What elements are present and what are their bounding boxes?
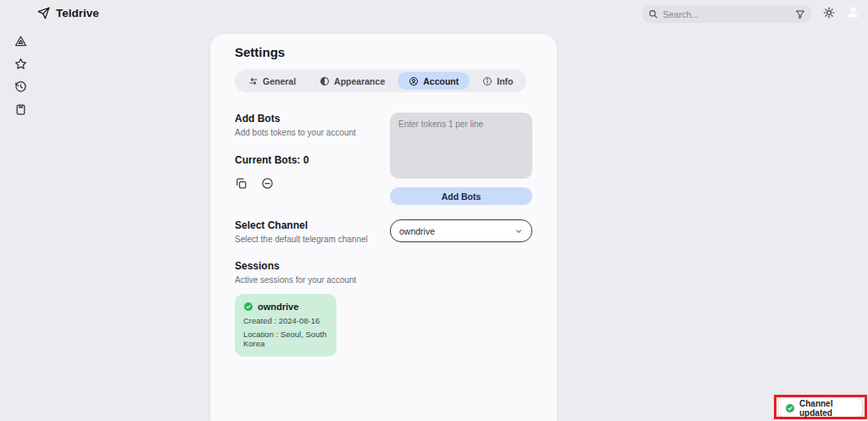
session-name: owndrive (258, 302, 298, 312)
storage-icon[interactable] (14, 103, 27, 116)
star-icon[interactable] (14, 58, 27, 70)
info-icon (482, 76, 492, 86)
toast-notification[interactable]: Channel updated (779, 399, 862, 417)
tab-appearance[interactable]: Appearance (309, 72, 396, 90)
page-title: Settings (235, 45, 532, 59)
select-channel-label: Select Channel (235, 219, 390, 231)
copy-icon[interactable] (235, 177, 248, 190)
select-channel-section: Select Channel Select the default telegr… (235, 219, 532, 244)
sliders-icon (248, 76, 259, 86)
filter-icon[interactable] (795, 9, 805, 19)
remove-bots-icon[interactable] (261, 177, 274, 190)
session-active-check-icon (243, 302, 253, 312)
sessions-description: Active sessions for your account (235, 275, 532, 285)
current-bots-count: Current Bots: 0 (235, 154, 390, 166)
search-input[interactable] (663, 9, 790, 19)
tab-info[interactable]: Info (471, 72, 524, 90)
settings-card: Settings General Appearance Account Info (210, 34, 557, 421)
tab-account[interactable]: Account (398, 72, 470, 90)
app-logo[interactable]: Teldrive (37, 7, 99, 19)
bot-tokens-input[interactable] (390, 113, 532, 179)
add-bots-section: Add Bots Add bots tokens to your account… (235, 113, 532, 205)
paper-plane-icon (37, 7, 50, 19)
annotation-highlight-box: Channel updated (774, 395, 867, 419)
tab-general[interactable]: General (237, 72, 307, 90)
search-bar[interactable] (642, 5, 812, 23)
session-location: Location : Seoul, South Korea (243, 330, 328, 348)
channel-select[interactable]: owndrive (390, 219, 532, 242)
settings-tabs: General Appearance Account Info (235, 69, 526, 92)
sidebar (14, 35, 27, 116)
session-card[interactable]: owndrive Created : 2024-08-16 Location :… (235, 294, 337, 357)
sessions-label: Sessions (235, 260, 532, 272)
add-bots-description: Add bots tokens to your account (235, 128, 390, 137)
toast-message: Channel updated (799, 399, 856, 418)
search-icon (648, 9, 658, 19)
session-created: Created : 2024-08-16 (243, 316, 328, 325)
app-title: Teldrive (56, 7, 99, 19)
drive-icon[interactable] (14, 35, 27, 47)
recent-icon[interactable] (14, 80, 27, 93)
channel-select-value: owndrive (399, 226, 435, 236)
user-circle-icon (409, 76, 419, 86)
avatar[interactable] (846, 5, 860, 19)
theme-toggle-icon[interactable] (823, 7, 835, 19)
select-channel-description: Select the default telegram channel (235, 235, 390, 244)
success-check-icon (785, 403, 795, 413)
chevron-down-icon (515, 227, 523, 235)
sessions-section: Sessions Active sessions for your accoun… (235, 260, 532, 357)
contrast-icon (320, 76, 330, 86)
add-bots-label: Add Bots (235, 113, 390, 125)
add-bots-button[interactable]: Add Bots (390, 187, 532, 205)
